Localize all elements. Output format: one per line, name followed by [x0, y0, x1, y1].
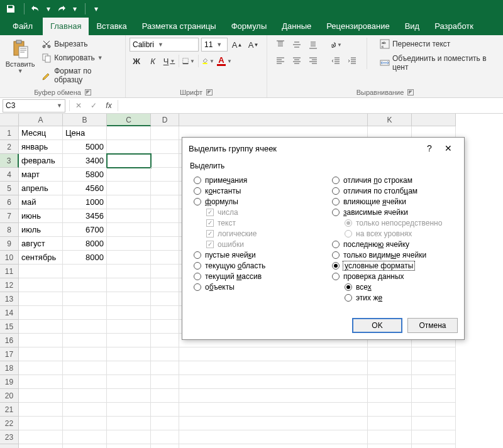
cell[interactable] [19, 334, 63, 347]
cell[interactable] [151, 306, 179, 320]
cell[interactable] [368, 417, 412, 430]
radio-visible-only[interactable]: только видимые ячейки [328, 251, 456, 260]
row-header[interactable]: 14 [0, 306, 19, 320]
cell[interactable] [151, 278, 179, 292]
ok-button[interactable]: OK [352, 318, 402, 333]
cell[interactable]: 5800 [63, 168, 107, 182]
cell[interactable] [179, 389, 368, 403]
cell[interactable] [368, 347, 412, 361]
radio-constants[interactable]: константы [190, 187, 318, 195]
cell[interactable] [63, 375, 107, 389]
cell[interactable]: 1000 [63, 195, 107, 209]
row-header[interactable]: 12 [0, 278, 19, 292]
align-left-icon[interactable] [274, 54, 287, 68]
row-header[interactable]: 10 [0, 251, 19, 265]
cell[interactable] [151, 126, 179, 140]
row-header[interactable]: 21 [0, 403, 19, 417]
decrease-font-icon[interactable]: A▼ [246, 38, 260, 52]
cell[interactable] [107, 417, 151, 430]
align-right-icon[interactable] [306, 54, 320, 68]
name-box[interactable]: C3▼ [3, 99, 65, 112]
cell[interactable] [107, 182, 151, 195]
cell[interactable]: июль [19, 223, 63, 237]
row-header[interactable]: 7 [0, 209, 19, 223]
cancel-button[interactable]: Отмена [407, 318, 458, 333]
tab-formulas[interactable]: Формулы [224, 18, 275, 35]
col-header[interactable]: D [151, 114, 179, 126]
cell[interactable] [63, 361, 107, 375]
cell[interactable] [179, 375, 368, 389]
col-header[interactable] [179, 114, 368, 126]
tab-insert[interactable]: Вставка [89, 18, 134, 35]
row-header[interactable]: 13 [0, 292, 19, 306]
row-header[interactable]: 8 [0, 223, 19, 237]
cut-button[interactable]: Вырезать [39, 38, 121, 50]
cell[interactable]: 3456 [63, 209, 107, 223]
alignment-dialog-launcher-icon[interactable] [407, 89, 414, 96]
cell[interactable] [368, 444, 412, 448]
cell[interactable] [151, 375, 179, 389]
cell[interactable] [107, 209, 151, 223]
cell[interactable] [179, 403, 368, 417]
cell[interactable]: сентябрь [19, 251, 63, 265]
cell[interactable] [107, 389, 151, 403]
cell[interactable] [368, 375, 412, 389]
row-header[interactable]: 17 [0, 347, 19, 361]
cell[interactable]: 6700 [63, 223, 107, 237]
redo-icon[interactable] [55, 2, 69, 16]
radio-dependents[interactable]: зависимые ячейки [328, 208, 456, 217]
row-header[interactable]: 11 [0, 265, 19, 278]
undo-dropdown-icon[interactable]: ▾ [45, 2, 52, 16]
cell[interactable] [107, 223, 151, 237]
cell[interactable] [107, 444, 151, 448]
cell[interactable] [107, 320, 151, 334]
cell[interactable] [107, 292, 151, 306]
cell[interactable] [107, 251, 151, 265]
decrease-indent-icon[interactable] [329, 54, 343, 68]
radio-objects[interactable]: объекты [190, 283, 318, 292]
cell[interactable] [107, 306, 151, 320]
cell[interactable] [179, 347, 368, 361]
cell[interactable] [151, 389, 179, 403]
italic-button[interactable]: К [146, 54, 160, 68]
cell[interactable] [151, 168, 179, 182]
qat-customize-icon[interactable]: ▾ [89, 2, 103, 16]
radio-col-diffs[interactable]: отличия по столбцам [328, 187, 456, 195]
cell[interactable] [368, 361, 412, 375]
cell[interactable] [63, 278, 107, 292]
fill-color-button[interactable]: ▼ [201, 54, 215, 68]
cell[interactable] [63, 347, 107, 361]
cell[interactable] [368, 403, 412, 417]
radio-last-cell[interactable]: последнюю ячейку [328, 240, 456, 249]
cell[interactable] [63, 265, 107, 278]
increase-indent-icon[interactable] [345, 54, 359, 68]
cell[interactable]: 3400 [63, 154, 107, 168]
cell[interactable] [179, 361, 368, 375]
row-header[interactable]: 6 [0, 195, 19, 209]
tab-page-layout[interactable]: Разметка страницы [135, 18, 224, 35]
cell[interactable] [412, 444, 456, 448]
cell[interactable]: 4560 [63, 182, 107, 195]
row-header[interactable]: 1 [0, 126, 19, 140]
cell[interactable] [19, 417, 63, 430]
format-painter-button[interactable]: Формат по образцу [39, 65, 121, 85]
row-header[interactable]: 18 [0, 361, 19, 375]
cell[interactable] [107, 140, 151, 154]
cell[interactable]: Месяц [19, 126, 63, 140]
radio-current-region[interactable]: текущую область [190, 261, 318, 270]
paste-button[interactable]: Вставить ▼ [4, 38, 36, 75]
cell[interactable] [107, 154, 151, 168]
radio-row-diffs[interactable]: отличия по строкам [328, 176, 456, 185]
cell[interactable] [63, 389, 107, 403]
cell[interactable] [151, 361, 179, 375]
cell[interactable] [63, 320, 107, 334]
font-color-button[interactable]: A▼ [218, 54, 231, 68]
cell[interactable] [151, 292, 179, 306]
radio-current-array[interactable]: текущий массив [190, 272, 318, 281]
row-header[interactable]: 3 [0, 154, 19, 168]
wrap-text-button[interactable]: abc Перенести текст [377, 38, 499, 50]
cell[interactable] [19, 347, 63, 361]
row-header[interactable]: 22 [0, 417, 19, 430]
cell[interactable] [107, 403, 151, 417]
cell[interactable] [63, 292, 107, 306]
